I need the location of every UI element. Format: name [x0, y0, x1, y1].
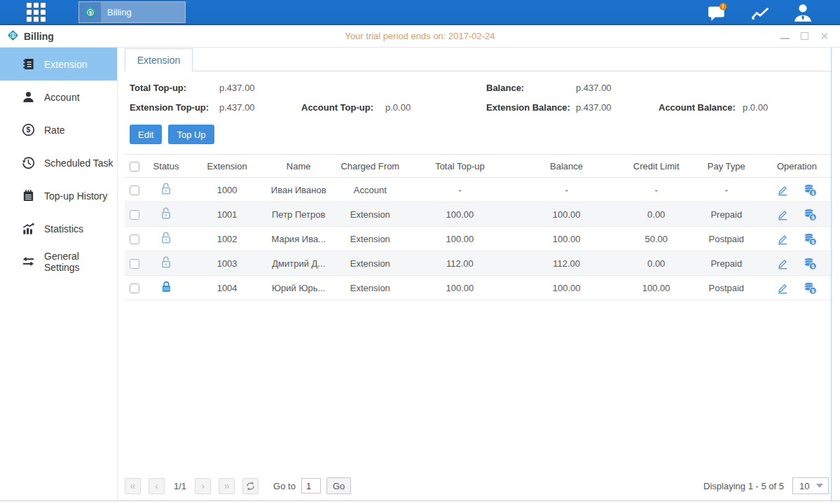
sidebar-item-label: Extension: [44, 59, 87, 70]
edit-icon[interactable]: [777, 258, 789, 270]
cell-name: Иван Иванов: [266, 178, 331, 202]
page-indicator: 1/1: [174, 481, 186, 491]
cell-charged-from: Extension: [331, 251, 409, 276]
next-page-button[interactable]: ›: [195, 478, 211, 494]
sidebar-item-label: Statistics: [44, 223, 83, 234]
top-up-coins-icon[interactable]: $: [804, 257, 817, 270]
sidebar-item-scheduled-task[interactable]: Scheduled Task: [0, 146, 117, 179]
row-checkbox[interactable]: [130, 186, 139, 195]
col-name: Name: [266, 155, 331, 178]
cell-name: Юрий Юрь...: [266, 276, 331, 300]
extension-balance-label: Extension Balance:: [486, 102, 576, 113]
sidebar-item-label: General Settings: [44, 251, 117, 273]
page-size-value: 10: [799, 481, 809, 491]
displaying-text: Displaying 1 - 5 of 5: [703, 481, 784, 491]
cell-credit-limit: 0.00: [623, 251, 690, 276]
cell-credit-limit: 50.00: [623, 227, 690, 251]
sidebar-item-account[interactable]: Account: [0, 80, 117, 113]
rate-icon: $: [22, 123, 35, 136]
refresh-button[interactable]: [242, 478, 259, 494]
col-status: Status: [144, 155, 188, 178]
cell-total-topup: 100.00: [409, 202, 510, 227]
account-icon: [22, 90, 35, 104]
edit-icon[interactable]: [777, 209, 789, 220]
trial-message: Your trial period ends on: 2017-02-24: [0, 31, 840, 41]
status-unlocked-icon: [160, 182, 172, 195]
top-up-coins-icon[interactable]: $: [804, 232, 817, 246]
col-pay-type: Pay Type: [690, 155, 763, 178]
cell-name: Дмитрий Д...: [266, 251, 331, 276]
edit-icon[interactable]: [777, 282, 789, 294]
cell-extension: 1000: [188, 178, 266, 202]
close-button[interactable]: ✕: [820, 32, 829, 40]
summary-panel: Total Top-up: p.437.00 Balance: p.437.00…: [130, 83, 826, 113]
messages-icon[interactable]: !: [705, 3, 729, 22]
table-row: 1000 Иван Иванов Account - - - -: [125, 178, 831, 202]
tab-extension[interactable]: Extension: [125, 48, 193, 71]
pagination-bar: « ‹ 1/1 › » Go to Go Displaying 1 - 5 of…: [125, 477, 829, 494]
sidebar-item-label: Top-up History: [44, 190, 107, 202]
window-header: $ Billing Your trial period ends on: 201…: [0, 25, 840, 48]
scheduled-task-icon: [22, 156, 35, 169]
sidebar-item-topup-history[interactable]: Top-up History: [0, 179, 117, 212]
main-content: Extension Total Top-up: p.437.00 Balance…: [118, 48, 832, 500]
cell-balance: 100.00: [511, 276, 623, 300]
cell-charged-from: Extension: [331, 227, 409, 251]
row-checkbox[interactable]: [130, 284, 139, 293]
maximize-button[interactable]: [801, 32, 808, 40]
taskbar-billing-button[interactable]: $ Billing: [78, 1, 186, 23]
col-operation: Operation: [763, 155, 831, 178]
first-page-button[interactable]: «: [125, 478, 141, 494]
sidebar-item-general-settings[interactable]: General Settings: [0, 245, 117, 278]
top-up-coins-icon[interactable]: $: [804, 281, 817, 295]
last-page-button[interactable]: »: [219, 478, 235, 494]
cell-name: Мария Ива...: [266, 227, 331, 251]
goto-label: Go to: [273, 481, 296, 491]
extension-balance-value: p.437.00: [576, 102, 659, 113]
account-balance-label: Account Balance:: [659, 102, 743, 113]
cell-charged-from: Extension: [331, 276, 409, 300]
monitor-chart-icon[interactable]: [748, 3, 772, 22]
cell-total-topup: 112.00: [409, 251, 510, 276]
total-topup-value: p.437.00: [219, 83, 301, 93]
edit-button[interactable]: Edit: [130, 125, 162, 144]
row-checkbox[interactable]: [130, 210, 139, 220]
account-topup-value: p.0.00: [385, 102, 486, 113]
goto-page-input[interactable]: [301, 478, 321, 493]
select-all-checkbox[interactable]: [130, 162, 139, 172]
svg-text:$: $: [12, 32, 15, 38]
system-topbar: $ Billing !: [0, 0, 840, 25]
sidebar-item-extension[interactable]: Extension: [0, 48, 117, 80]
prev-page-button[interactable]: ‹: [149, 478, 165, 494]
minimize-button[interactable]: [780, 33, 790, 39]
balance-label: Balance:: [486, 83, 576, 93]
cell-charged-from: Account: [331, 178, 409, 202]
col-total-topup: Total Top-up: [409, 155, 510, 178]
row-checkbox[interactable]: [130, 234, 139, 244]
cell-credit-limit: 0.00: [623, 202, 690, 227]
go-button[interactable]: Go: [326, 477, 351, 494]
cell-extension: 1001: [188, 202, 266, 227]
edit-icon[interactable]: [777, 184, 789, 196]
user-icon[interactable]: [791, 3, 815, 22]
sidebar-item-statistics[interactable]: Statistics: [0, 212, 117, 245]
balance-value: p.437.00: [576, 83, 659, 93]
page-size-select[interactable]: 10: [792, 477, 829, 494]
statistics-icon: [22, 222, 35, 235]
top-up-coins-icon[interactable]: $: [804, 208, 817, 221]
app-grid-icon[interactable]: [27, 3, 46, 22]
top-up-coins-icon[interactable]: $: [804, 183, 817, 197]
cell-charged-from: Extension: [331, 202, 409, 227]
row-checkbox[interactable]: [130, 259, 139, 269]
cell-balance: 100.00: [511, 227, 623, 251]
cell-credit-limit: -: [623, 178, 690, 202]
top-up-button[interactable]: Top Up: [168, 125, 214, 144]
billing-diamond-icon: $: [79, 2, 101, 22]
extension-topup-value: p.437.00: [219, 102, 301, 113]
sidebar-item-label: Account: [44, 92, 80, 103]
cell-credit-limit: 100.00: [623, 276, 690, 300]
edit-icon[interactable]: [777, 233, 789, 245]
table-row: 1004 Юрий Юрь... Extension 100.00 100.00…: [125, 276, 831, 300]
sidebar-item-rate[interactable]: $ Rate: [0, 113, 117, 146]
status-unlocked-icon: [160, 231, 172, 244]
